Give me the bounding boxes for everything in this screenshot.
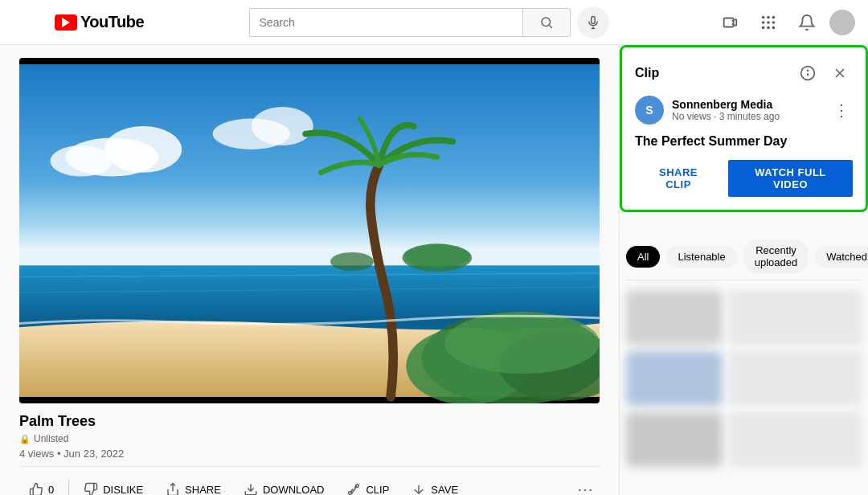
svg-point-8 (762, 21, 765, 24)
filter-all[interactable]: All (626, 246, 660, 268)
thumbsup-icon (29, 482, 43, 495)
like-divider (68, 480, 69, 495)
svg-point-19 (252, 107, 313, 145)
youtube-logo[interactable]: YouTube (55, 13, 144, 31)
clip-video-title: The Perfect Summer Day (635, 134, 853, 149)
svg-point-6 (767, 15, 770, 18)
clip-popup-actions (795, 60, 853, 86)
clip-button[interactable]: CLIP (337, 476, 399, 495)
svg-point-12 (767, 26, 770, 29)
clip-popup-title: Clip (635, 66, 659, 80)
svg-point-16 (104, 126, 182, 173)
save-icon (411, 482, 426, 495)
svg-point-24 (404, 244, 469, 268)
share-label: SHARE (185, 484, 221, 496)
like-button[interactable]: 0 (19, 476, 63, 495)
svg-rect-2 (591, 16, 595, 23)
thumbnail-1 (626, 290, 723, 345)
svg-point-7 (772, 15, 776, 18)
action-bar: 0 DISLIKE SHARE (19, 466, 600, 495)
svg-rect-14 (19, 64, 600, 297)
apps-icon (760, 14, 777, 31)
header-right (714, 6, 855, 39)
svg-line-1 (549, 25, 551, 27)
share-button[interactable]: SHARE (156, 476, 231, 495)
thumb-text-2 (729, 351, 862, 406)
svg-point-29 (444, 312, 600, 374)
svg-point-13 (772, 26, 776, 29)
download-button[interactable]: DOWNLOAD (234, 476, 334, 495)
search-input[interactable] (249, 8, 522, 37)
svg-point-5 (762, 15, 765, 18)
filter-recently[interactable]: Recently uploaded (743, 239, 809, 273)
lock-icon: 🔒 (19, 434, 31, 444)
clip-label: CLIP (366, 484, 389, 496)
download-label: DOWNLOAD (263, 484, 325, 496)
clip-channel-meta: No views · 3 minutes ago (672, 111, 822, 122)
header: YouTube (0, 0, 868, 45)
save-label: SAVE (431, 484, 458, 496)
list-item[interactable] (626, 290, 862, 345)
thumb-text-3 (729, 412, 862, 467)
close-icon (832, 65, 848, 81)
video-player[interactable] (19, 58, 600, 403)
share-icon (166, 482, 180, 495)
clip-popup-header: Clip (635, 60, 853, 86)
video-info: Palm Trees 🔒 Unlisted 4 views • Jun 23, … (19, 413, 600, 460)
video-meta: 4 views • Jun 23, 2022 (19, 448, 600, 460)
mic-icon (586, 15, 600, 30)
apps-button[interactable] (752, 6, 784, 39)
svg-point-10 (772, 21, 776, 24)
more-button[interactable]: ⋯ (571, 473, 600, 495)
search-icon (539, 15, 554, 30)
video-background (19, 58, 600, 403)
like-count: 0 (48, 484, 54, 496)
share-clip-button[interactable]: SHARE CLIP (635, 160, 722, 197)
menu-button[interactable] (13, 6, 45, 39)
filter-watched[interactable]: Watched (815, 246, 868, 268)
search-button[interactable] (522, 8, 571, 37)
clip-icon (346, 482, 361, 495)
dislike-label: DISLIKE (103, 484, 143, 496)
save-button[interactable]: SAVE (402, 476, 468, 495)
mic-button[interactable] (577, 6, 609, 39)
thumbnail-2 (626, 351, 723, 406)
notifications-button[interactable] (791, 6, 823, 39)
clip-channel-name: Sonnenberg Media (672, 98, 822, 111)
clip-popup: Clip (620, 45, 868, 212)
clip-channel-info: Sonnenberg Media No views · 3 minutes ag… (672, 98, 822, 122)
list-item[interactable] (626, 412, 862, 467)
thumbsdown-icon (84, 482, 98, 495)
video-title: Palm Trees (19, 413, 600, 430)
dislike-button[interactable]: DISLIKE (74, 476, 153, 495)
yt-wordmark: YouTube (80, 13, 144, 31)
clip-more-button[interactable]: ⋮ (830, 97, 853, 123)
svg-point-25 (330, 252, 374, 271)
svg-point-17 (51, 145, 113, 177)
clip-channel-row: S Sonnenberg Media No views · 3 minutes … (635, 96, 853, 125)
thumbnail-3 (626, 412, 723, 467)
header-left: YouTube (13, 6, 144, 39)
create-button[interactable] (714, 6, 746, 39)
search-bar (249, 8, 571, 37)
thumb-text-1 (729, 290, 862, 345)
list-item[interactable] (626, 351, 862, 406)
header-center (144, 6, 714, 39)
watch-full-video-button[interactable]: WATCH FULL VIDEO (728, 160, 853, 197)
filter-listenable[interactable]: Listenable (666, 246, 736, 268)
clip-btn-row: SHARE CLIP WATCH FULL VIDEO (635, 160, 853, 197)
clip-close-button[interactable] (827, 60, 853, 86)
sidebar: Clip (619, 45, 868, 495)
svg-point-11 (762, 26, 765, 29)
svg-point-0 (542, 18, 551, 27)
bell-icon (798, 14, 816, 31)
avatar[interactable] (829, 10, 855, 35)
clip-info-button[interactable] (795, 60, 821, 86)
filter-pills: All Listenable Recently uploaded Watched (626, 230, 862, 280)
main-content: Palm Trees 🔒 Unlisted 4 views • Jun 23, … (0, 45, 868, 495)
recommended-list (626, 287, 862, 467)
svg-point-9 (767, 21, 770, 24)
yt-icon (55, 14, 77, 31)
download-icon (244, 482, 258, 495)
video-section: Palm Trees 🔒 Unlisted 4 views • Jun 23, … (0, 45, 619, 495)
